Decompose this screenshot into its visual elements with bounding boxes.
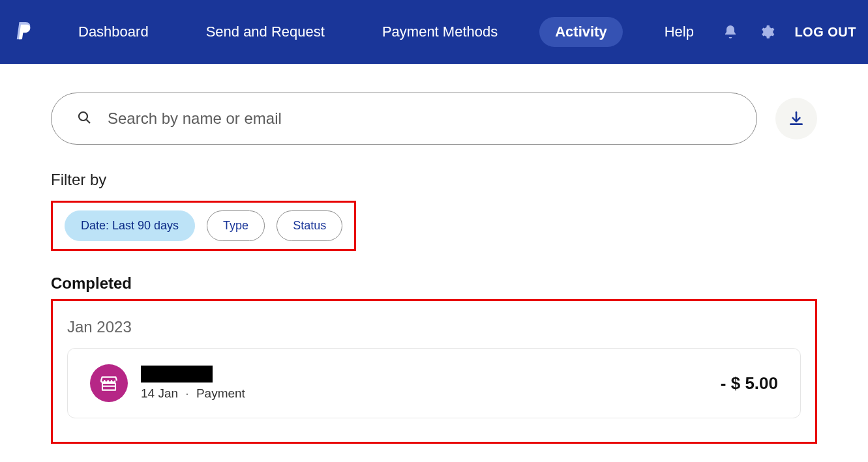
paypal-logo[interactable] xyxy=(12,18,37,46)
transaction-row[interactable]: 14 Jan · Payment - $ 5.00 xyxy=(67,348,801,418)
content: Filter by Date: Last 90 days Type Status… xyxy=(0,64,868,444)
filter-chip-status[interactable]: Status xyxy=(277,210,342,241)
search-input[interactable] xyxy=(108,109,732,128)
transaction-info: 14 Jan · Payment xyxy=(141,366,245,401)
svg-point-0 xyxy=(79,112,87,121)
filter-chip-type[interactable]: Type xyxy=(207,210,265,241)
filter-label: Filter by xyxy=(51,171,817,189)
section-title: Completed xyxy=(51,274,817,293)
nav-help[interactable]: Help xyxy=(649,17,710,47)
transactions-highlight-box: Jan 2023 14 Jan · Payment - $ 5.00 xyxy=(51,299,817,444)
logout-button[interactable]: LOG OUT xyxy=(794,25,856,40)
nav-dashboard[interactable]: Dashboard xyxy=(63,17,164,47)
nav-payment-methods[interactable]: Payment Methods xyxy=(367,17,513,47)
top-nav: Dashboard Send and Request Payment Metho… xyxy=(0,0,868,64)
download-button[interactable] xyxy=(775,98,817,139)
svg-line-1 xyxy=(87,120,91,124)
nav-items: Dashboard Send and Request Payment Metho… xyxy=(63,17,710,47)
nav-activity[interactable]: Activity xyxy=(539,17,622,47)
transaction-date: 14 Jan xyxy=(141,386,178,400)
bell-icon[interactable] xyxy=(721,23,740,41)
filter-chip-date[interactable]: Date: Last 90 days xyxy=(65,210,195,241)
transaction-name-redacted xyxy=(141,366,213,383)
filter-highlight-box: Date: Last 90 days Type Status xyxy=(51,201,356,251)
transaction-type: Payment xyxy=(196,386,245,400)
search-icon xyxy=(76,109,92,128)
nav-send-request[interactable]: Send and Request xyxy=(190,17,340,47)
transaction-meta: 14 Jan · Payment xyxy=(141,386,245,401)
search-row xyxy=(51,93,817,145)
month-label: Jan 2023 xyxy=(67,318,815,336)
filter-chips: Date: Last 90 days Type Status xyxy=(65,210,342,241)
gear-icon[interactable] xyxy=(758,23,776,41)
search-bar[interactable] xyxy=(51,93,757,145)
store-icon xyxy=(90,364,128,402)
dot-separator: · xyxy=(185,386,188,400)
transaction-amount: - $ 5.00 xyxy=(721,373,778,394)
nav-right: LOG OUT xyxy=(721,23,856,41)
